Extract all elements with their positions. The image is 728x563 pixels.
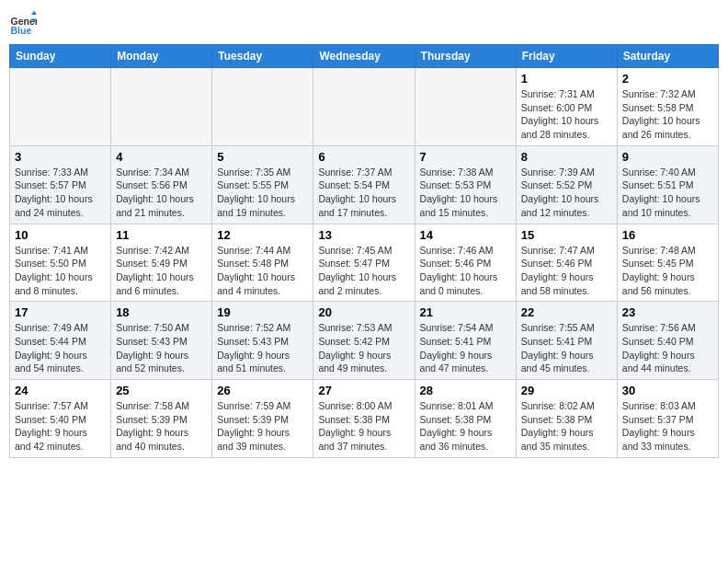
svg-marker-2 xyxy=(31,11,37,16)
day-number: 13 xyxy=(318,228,409,242)
calendar-week-row: 3Sunrise: 7:33 AMSunset: 5:57 PMDaylight… xyxy=(10,145,719,224)
day-info: Sunrise: 7:39 AMSunset: 5:52 PMDaylight:… xyxy=(521,166,612,220)
calendar-header-row: SundayMondayTuesdayWednesdayThursdayFrid… xyxy=(10,45,719,68)
weekday-header: Tuesday xyxy=(212,45,313,68)
svg-text:Blue: Blue xyxy=(11,25,32,36)
calendar-cell: 10Sunrise: 7:41 AMSunset: 5:50 PMDayligh… xyxy=(10,224,111,302)
calendar-cell: 5Sunrise: 7:35 AMSunset: 5:55 PMDaylight… xyxy=(212,145,313,224)
calendar-cell: 29Sunrise: 8:02 AMSunset: 5:38 PMDayligh… xyxy=(516,380,617,458)
day-info: Sunrise: 7:33 AMSunset: 5:57 PMDaylight:… xyxy=(15,166,106,220)
day-info: Sunrise: 7:42 AMSunset: 5:49 PMDaylight:… xyxy=(116,244,207,298)
day-number: 3 xyxy=(15,150,106,164)
logo-icon: General Blue xyxy=(9,9,37,37)
calendar-cell: 1Sunrise: 7:31 AMSunset: 6:00 PMDaylight… xyxy=(516,68,617,146)
calendar-cell: 8Sunrise: 7:39 AMSunset: 5:52 PMDaylight… xyxy=(516,145,617,224)
day-number: 26 xyxy=(217,384,308,397)
day-number: 12 xyxy=(217,228,308,242)
day-number: 21 xyxy=(420,305,511,319)
day-info: Sunrise: 7:54 AMSunset: 5:41 PMDaylight:… xyxy=(420,321,511,375)
calendar-cell: 27Sunrise: 8:00 AMSunset: 5:38 PMDayligh… xyxy=(313,380,415,458)
calendar-cell: 15Sunrise: 7:47 AMSunset: 5:46 PMDayligh… xyxy=(516,224,617,302)
calendar-cell: 4Sunrise: 7:34 AMSunset: 5:56 PMDaylight… xyxy=(111,145,212,224)
calendar-cell: 14Sunrise: 7:46 AMSunset: 5:46 PMDayligh… xyxy=(415,224,516,302)
day-number: 23 xyxy=(622,305,713,319)
day-info: Sunrise: 7:52 AMSunset: 5:43 PMDaylight:… xyxy=(217,321,308,375)
calendar-table: SundayMondayTuesdayWednesdayThursdayFrid… xyxy=(9,44,719,458)
calendar-cell: 28Sunrise: 8:01 AMSunset: 5:38 PMDayligh… xyxy=(415,380,516,458)
weekday-header: Wednesday xyxy=(313,45,415,68)
calendar-cell xyxy=(313,68,415,146)
day-number: 15 xyxy=(521,228,612,242)
day-info: Sunrise: 7:55 AMSunset: 5:41 PMDaylight:… xyxy=(521,321,612,375)
calendar-cell: 25Sunrise: 7:58 AMSunset: 5:39 PMDayligh… xyxy=(111,380,212,458)
day-info: Sunrise: 7:47 AMSunset: 5:46 PMDaylight:… xyxy=(521,244,612,298)
day-number: 18 xyxy=(116,305,207,319)
day-info: Sunrise: 7:44 AMSunset: 5:48 PMDaylight:… xyxy=(217,244,308,298)
day-info: Sunrise: 8:01 AMSunset: 5:38 PMDaylight:… xyxy=(420,399,511,454)
day-number: 19 xyxy=(217,305,308,319)
day-number: 7 xyxy=(420,150,511,164)
calendar-cell: 20Sunrise: 7:53 AMSunset: 5:42 PMDayligh… xyxy=(313,302,415,380)
day-info: Sunrise: 7:48 AMSunset: 5:45 PMDaylight:… xyxy=(622,244,713,298)
day-info: Sunrise: 7:31 AMSunset: 6:00 PMDaylight:… xyxy=(521,87,612,142)
calendar-cell: 18Sunrise: 7:50 AMSunset: 5:43 PMDayligh… xyxy=(111,302,212,380)
day-info: Sunrise: 7:46 AMSunset: 5:46 PMDaylight:… xyxy=(420,244,511,298)
day-info: Sunrise: 7:38 AMSunset: 5:53 PMDaylight:… xyxy=(420,166,511,220)
calendar-cell xyxy=(111,68,212,146)
weekday-header: Sunday xyxy=(10,45,111,68)
day-info: Sunrise: 7:56 AMSunset: 5:40 PMDaylight:… xyxy=(622,321,713,375)
day-number: 4 xyxy=(116,150,207,164)
calendar-cell: 30Sunrise: 8:03 AMSunset: 5:37 PMDayligh… xyxy=(617,380,718,458)
calendar-week-row: 24Sunrise: 7:57 AMSunset: 5:40 PMDayligh… xyxy=(10,380,719,458)
page-header: General Blue xyxy=(9,9,719,37)
day-number: 14 xyxy=(420,228,511,242)
day-info: Sunrise: 7:58 AMSunset: 5:39 PMDaylight:… xyxy=(116,399,207,454)
day-number: 6 xyxy=(318,150,409,164)
calendar-cell: 22Sunrise: 7:55 AMSunset: 5:41 PMDayligh… xyxy=(516,302,617,380)
weekday-header: Friday xyxy=(516,45,617,68)
day-number: 11 xyxy=(116,228,207,242)
day-number: 20 xyxy=(318,305,409,319)
logo: General Blue xyxy=(9,9,40,37)
calendar-cell: 11Sunrise: 7:42 AMSunset: 5:49 PMDayligh… xyxy=(111,224,212,302)
day-info: Sunrise: 7:45 AMSunset: 5:47 PMDaylight:… xyxy=(318,244,409,298)
day-info: Sunrise: 8:00 AMSunset: 5:38 PMDaylight:… xyxy=(318,399,409,454)
day-number: 24 xyxy=(15,384,106,397)
day-info: Sunrise: 7:32 AMSunset: 5:58 PMDaylight:… xyxy=(622,87,713,142)
day-number: 2 xyxy=(622,72,713,86)
day-number: 29 xyxy=(521,384,612,397)
calendar-cell: 7Sunrise: 7:38 AMSunset: 5:53 PMDaylight… xyxy=(415,145,516,224)
calendar-cell: 2Sunrise: 7:32 AMSunset: 5:58 PMDaylight… xyxy=(617,68,718,146)
calendar-cell: 12Sunrise: 7:44 AMSunset: 5:48 PMDayligh… xyxy=(212,224,313,302)
calendar-cell: 19Sunrise: 7:52 AMSunset: 5:43 PMDayligh… xyxy=(212,302,313,380)
day-info: Sunrise: 7:35 AMSunset: 5:55 PMDaylight:… xyxy=(217,166,308,220)
weekday-header: Thursday xyxy=(415,45,516,68)
day-number: 30 xyxy=(622,384,713,397)
calendar-cell: 3Sunrise: 7:33 AMSunset: 5:57 PMDaylight… xyxy=(10,145,111,224)
day-number: 17 xyxy=(15,305,106,319)
day-number: 1 xyxy=(521,72,612,86)
calendar-cell: 21Sunrise: 7:54 AMSunset: 5:41 PMDayligh… xyxy=(415,302,516,380)
calendar-week-row: 17Sunrise: 7:49 AMSunset: 5:44 PMDayligh… xyxy=(10,302,719,380)
day-number: 27 xyxy=(318,384,409,397)
day-number: 28 xyxy=(420,384,511,397)
calendar-cell: 24Sunrise: 7:57 AMSunset: 5:40 PMDayligh… xyxy=(10,380,111,458)
calendar-cell: 16Sunrise: 7:48 AMSunset: 5:45 PMDayligh… xyxy=(617,224,718,302)
calendar-cell xyxy=(415,68,516,146)
calendar-cell: 17Sunrise: 7:49 AMSunset: 5:44 PMDayligh… xyxy=(10,302,111,380)
weekday-header: Saturday xyxy=(617,45,718,68)
calendar-cell: 26Sunrise: 7:59 AMSunset: 5:39 PMDayligh… xyxy=(212,380,313,458)
calendar-cell: 6Sunrise: 7:37 AMSunset: 5:54 PMDaylight… xyxy=(313,145,415,224)
day-info: Sunrise: 7:37 AMSunset: 5:54 PMDaylight:… xyxy=(318,166,409,220)
calendar-cell: 23Sunrise: 7:56 AMSunset: 5:40 PMDayligh… xyxy=(617,302,718,380)
day-number: 10 xyxy=(15,228,106,242)
day-number: 16 xyxy=(622,228,713,242)
calendar-week-row: 1Sunrise: 7:31 AMSunset: 6:00 PMDaylight… xyxy=(10,68,719,146)
day-info: Sunrise: 7:57 AMSunset: 5:40 PMDaylight:… xyxy=(15,399,106,454)
day-number: 22 xyxy=(521,305,612,319)
day-info: Sunrise: 7:40 AMSunset: 5:51 PMDaylight:… xyxy=(622,166,713,220)
day-number: 8 xyxy=(521,150,612,164)
day-info: Sunrise: 7:50 AMSunset: 5:43 PMDaylight:… xyxy=(116,321,207,375)
calendar-week-row: 10Sunrise: 7:41 AMSunset: 5:50 PMDayligh… xyxy=(10,224,719,302)
calendar-cell xyxy=(10,68,111,146)
